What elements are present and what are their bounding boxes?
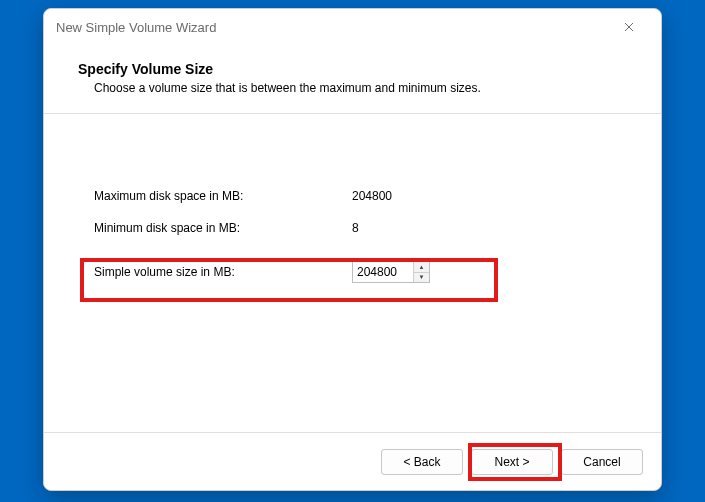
next-button[interactable]: Next > (471, 449, 553, 475)
volume-size-input[interactable] (353, 262, 413, 282)
spinner-buttons: ▲ ▼ (413, 262, 429, 282)
titlebar: New Simple Volume Wizard (44, 9, 661, 45)
chevron-up-icon: ▲ (419, 264, 425, 270)
window-title: New Simple Volume Wizard (56, 20, 609, 35)
cancel-button[interactable]: Cancel (561, 449, 643, 475)
spinner-down-button[interactable]: ▼ (414, 273, 429, 283)
header-section: Specify Volume Size Choose a volume size… (44, 45, 661, 113)
close-button[interactable] (609, 13, 649, 41)
max-space-label: Maximum disk space in MB: (94, 189, 352, 203)
page-title: Specify Volume Size (78, 61, 627, 77)
wizard-dialog: New Simple Volume Wizard Specify Volume … (43, 8, 662, 491)
min-space-label: Minimum disk space in MB: (94, 221, 352, 235)
min-space-row: Minimum disk space in MB: 8 (94, 218, 627, 238)
spinner-up-button[interactable]: ▲ (414, 262, 429, 273)
page-description: Choose a volume size that is between the… (78, 81, 627, 95)
close-icon (624, 22, 634, 32)
min-space-value: 8 (352, 221, 359, 235)
footer: < Back Next > Cancel (44, 432, 661, 490)
max-space-value: 204800 (352, 189, 392, 203)
volume-size-label: Simple volume size in MB: (94, 265, 352, 279)
content-area: Maximum disk space in MB: 204800 Minimum… (44, 114, 661, 432)
volume-size-spinner: ▲ ▼ (352, 261, 430, 283)
volume-size-row: Simple volume size in MB: ▲ ▼ (94, 250, 627, 294)
back-button[interactable]: < Back (381, 449, 463, 475)
chevron-down-icon: ▼ (419, 274, 425, 280)
max-space-row: Maximum disk space in MB: 204800 (94, 186, 627, 206)
